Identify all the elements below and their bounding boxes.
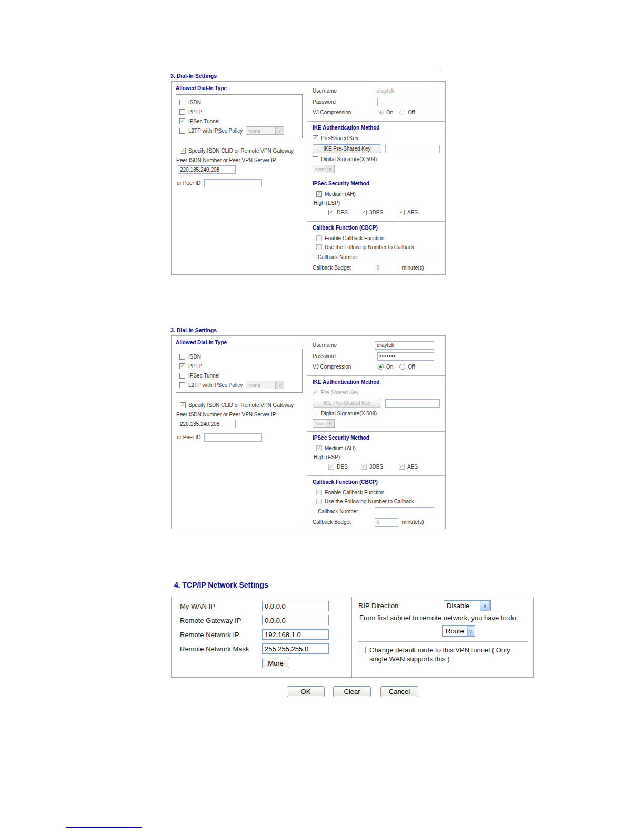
- l2tp-policy-value: None: [246, 382, 275, 388]
- peer-ip-input[interactable]: [178, 165, 236, 174]
- peer-id-row: or Peer ID: [176, 433, 303, 442]
- medium-ah-row: Medium (AH): [313, 444, 440, 453]
- esp-options-row: DES 3DES AES: [313, 462, 440, 472]
- section-divider: [307, 177, 445, 177]
- peer-id-input[interactable]: [204, 179, 262, 187]
- enable-callback-checkbox[interactable]: [316, 235, 322, 241]
- peer-ip-label: Peer ISDN Number or Peer VPN Server IP: [176, 412, 303, 418]
- medium-ah-checkbox[interactable]: [316, 445, 322, 451]
- remote-network-ip-row: Remote Network IP: [180, 629, 347, 640]
- aes-option: AES: [399, 462, 431, 471]
- des-checkbox[interactable]: [328, 464, 334, 470]
- medium-ah-checkbox[interactable]: [316, 191, 322, 197]
- cancel-button[interactable]: Cancel: [380, 686, 418, 697]
- ike-psk-button[interactable]: IKE Pre-Shared Key: [313, 399, 381, 408]
- more-button[interactable]: More: [262, 658, 289, 668]
- digsig-policy-select[interactable]: None ∨: [313, 419, 335, 428]
- username-label: Username: [313, 88, 375, 94]
- l2tp-checkbox[interactable]: [179, 128, 185, 134]
- username-input[interactable]: [375, 87, 434, 95]
- enable-callback-checkbox[interactable]: [316, 490, 322, 495]
- username-input[interactable]: [375, 341, 434, 350]
- ike-psk-button[interactable]: IKE Pre-Shared Key: [313, 144, 381, 153]
- pre-shared-key-checkbox[interactable]: [313, 135, 318, 141]
- l2tp-checkbox[interactable]: [179, 382, 185, 388]
- aes-checkbox[interactable]: [399, 464, 405, 470]
- callback-budget-input[interactable]: [375, 264, 398, 272]
- aes-checkbox[interactable]: [399, 210, 405, 215]
- chevron-down-icon: ∨: [326, 165, 334, 173]
- pre-shared-key-checkbox[interactable]: [313, 390, 318, 395]
- dialin1-right-cell: Username Password VJ Compression On Off …: [307, 82, 445, 274]
- minutes-label: minute(s): [402, 519, 424, 525]
- password-input[interactable]: [377, 352, 434, 361]
- pre-shared-key-label: Pre-Shared Key: [321, 390, 358, 395]
- vj-on-radio[interactable]: [378, 364, 384, 370]
- ipsec-tunnel-checkbox[interactable]: [179, 373, 185, 379]
- callback-number-input[interactable]: [375, 507, 434, 515]
- vj-off-radio[interactable]: [399, 110, 405, 115]
- use-number-checkbox[interactable]: [316, 499, 322, 504]
- high-esp-label: High (ESP): [313, 198, 440, 207]
- pre-shared-key-row: Pre-Shared Key: [313, 134, 440, 143]
- aes-label: AES: [407, 210, 418, 215]
- clear-button[interactable]: Clear: [333, 686, 371, 697]
- ok-button[interactable]: OK: [287, 686, 325, 697]
- rip-direction-select[interactable]: Disable ∨: [444, 600, 491, 611]
- remote-network-ip-input[interactable]: [262, 629, 329, 640]
- ike-psk-input[interactable]: [385, 145, 440, 153]
- use-number-checkbox[interactable]: [316, 244, 322, 250]
- peer-ip-label: Peer ISDN Number or Peer VPN Server IP: [176, 157, 303, 163]
- rip-direction-value: Disable: [444, 602, 479, 610]
- top-divider: [168, 71, 441, 71]
- peer-id-label: or Peer ID: [177, 180, 201, 186]
- callback-number-input[interactable]: [375, 253, 434, 261]
- 3des-label: 3DES: [369, 210, 383, 215]
- pptp-label: PPTP: [188, 363, 202, 369]
- callback-number-label: Callback Number: [313, 509, 375, 514]
- digital-signature-label: Digital Signature(X.509): [321, 411, 377, 416]
- vj-on-radio[interactable]: [378, 110, 384, 115]
- digsig-policy-value: None: [313, 421, 326, 426]
- ipsec-tunnel-checkbox[interactable]: [179, 118, 185, 124]
- remote-gateway-ip-input[interactable]: [262, 615, 329, 626]
- vj-compression-label: VJ Compression: [313, 364, 375, 370]
- dialin2-allowed-title: Allowed Dial-In Type: [176, 340, 303, 345]
- default-route-checkbox[interactable]: [359, 647, 366, 653]
- medium-ah-row: Medium (AH): [313, 190, 440, 198]
- l2tp-policy-select[interactable]: None ∨: [246, 381, 284, 389]
- tcpip-left-cell: My WAN IP Remote Gateway IP Remote Netwo…: [172, 597, 352, 677]
- des-checkbox[interactable]: [328, 210, 334, 215]
- ike-psk-input[interactable]: [385, 399, 440, 408]
- 3des-option: 3DES: [361, 462, 399, 471]
- isdn-row: ISDN: [179, 97, 299, 107]
- enable-callback-row: Enable Callback Function: [313, 488, 440, 497]
- digital-signature-checkbox[interactable]: [313, 411, 318, 416]
- medium-ah-label: Medium (AH): [325, 191, 356, 197]
- isdn-checkbox[interactable]: [179, 100, 185, 105]
- isdn-checkbox[interactable]: [179, 354, 185, 360]
- callback-budget-input[interactable]: [375, 518, 398, 527]
- des-option: DES: [328, 208, 361, 217]
- vj-off-radio[interactable]: [399, 364, 405, 370]
- peer-ip-input[interactable]: [178, 420, 236, 428]
- digital-signature-checkbox[interactable]: [313, 156, 318, 162]
- digsig-policy-select[interactable]: None ∨: [313, 165, 335, 173]
- 3des-checkbox[interactable]: [361, 464, 367, 470]
- specify-clid-checkbox[interactable]: [180, 402, 186, 408]
- password-input[interactable]: [377, 98, 434, 106]
- remote-network-mask-input[interactable]: [262, 643, 329, 654]
- pptp-checkbox[interactable]: [179, 109, 185, 115]
- pptp-checkbox[interactable]: [179, 363, 185, 369]
- l2tp-policy-select[interactable]: None ∨: [246, 126, 284, 135]
- 3des-checkbox[interactable]: [361, 210, 367, 215]
- my-wan-ip-input[interactable]: [262, 601, 329, 611]
- specify-clid-checkbox[interactable]: [180, 148, 186, 154]
- dialin1-left-cell: Allowed Dial-In Type ISDN PPTP IPSec Tun…: [172, 82, 307, 274]
- password-label: Password: [313, 99, 375, 105]
- callback-budget-label: Callback Budget: [313, 519, 375, 525]
- route-select[interactable]: Route ∨: [442, 626, 475, 637]
- specify-clid-row: Specify ISDN CLID or Remote VPN Gateway: [176, 146, 303, 155]
- callback-budget-row: Callback Budget minute(s): [313, 517, 440, 528]
- peer-id-input[interactable]: [204, 433, 262, 442]
